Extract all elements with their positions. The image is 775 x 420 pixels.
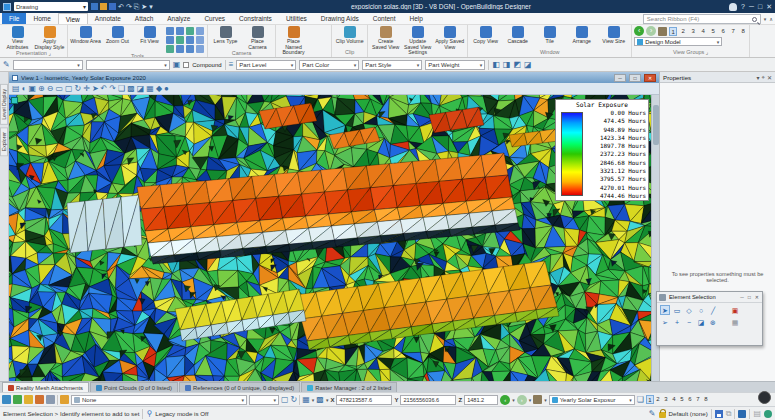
select-settings-icon[interactable]: ⊛	[708, 317, 718, 327]
active-style-combo[interactable]: ▾	[13, 60, 83, 70]
view-tool-icon[interactable]	[196, 45, 204, 53]
raster-refresh-icon[interactable]: ↻	[291, 395, 298, 405]
ribbon-button-view-size[interactable]: View Size	[598, 26, 629, 45]
select-individual-icon[interactable]: ➤	[660, 305, 670, 315]
new-file-icon[interactable]	[91, 3, 98, 10]
view-toggle-icon[interactable]: ❏	[637, 395, 644, 405]
undo-icon[interactable]: ↶	[118, 3, 124, 11]
view-tool-icon[interactable]	[176, 45, 184, 53]
notification-bubble[interactable]	[758, 391, 771, 404]
rotate-view-icon[interactable]: ↻	[75, 84, 82, 94]
snap-mode-icon[interactable]: ✎	[649, 409, 656, 419]
view-tool-icon[interactable]	[186, 36, 194, 44]
dialog-restore-icon[interactable]: □	[747, 294, 752, 300]
element-selection-titlebar[interactable]: Element Selection ─ □ ✕	[657, 292, 762, 303]
redo-icon[interactable]: ↷	[126, 3, 132, 11]
ribbon-button-lens-type[interactable]: Lens Type	[210, 26, 241, 45]
raster-transparency-icon[interactable]	[35, 395, 44, 404]
save-icon[interactable]	[109, 3, 116, 10]
side-tab-level-display[interactable]: Level Display	[0, 84, 8, 125]
search-options-icon[interactable]: ▾	[764, 16, 767, 22]
clip-mask-icon[interactable]: ◪	[137, 84, 145, 94]
view-display-style-icon[interactable]: ▤	[12, 84, 20, 94]
view-toggle-8[interactable]: 8	[739, 27, 747, 36]
raster-lock-icon[interactable]: ▢	[281, 395, 289, 405]
bottom-tab-reality[interactable]: Reality Mesh Attachments	[2, 382, 89, 392]
ribbon-button-view-attributes[interactable]: View Attributes	[2, 26, 33, 50]
status-view-toggle-3[interactable]: 3	[662, 395, 670, 404]
clip-volume-icon[interactable]: ▩	[127, 84, 135, 94]
pan-view-icon[interactable]: ✛	[83, 84, 90, 94]
active-workset[interactable]: Default (none)	[669, 410, 708, 417]
ribbon-button-clip-volume[interactable]: Clip Volume	[334, 26, 365, 45]
ribbon-button-place-camera[interactable]: Place Camera	[242, 26, 273, 50]
view-tool-icon[interactable]	[196, 27, 204, 35]
zoom-out-icon[interactable]: ⊖	[47, 84, 54, 94]
zoom-in-icon[interactable]: ⊕	[38, 84, 45, 94]
view-toggle-2[interactable]: 2	[679, 27, 687, 36]
ribbon-button-copy-view[interactable]: Copy View	[470, 26, 501, 45]
pin-icon[interactable]: ⌖	[762, 74, 765, 81]
ribbon-button-apply-display-style[interactable]: Apply Display Style	[34, 26, 65, 50]
view-tool-icon[interactable]	[186, 27, 194, 35]
select-line-icon[interactable]: ╱	[708, 305, 718, 315]
bottom-tab-raster[interactable]: Raster Manager : 2 of 2 listed	[301, 382, 397, 392]
view-presentation-icon[interactable]: ◐	[22, 84, 27, 94]
close-button[interactable]: ✕	[766, 3, 772, 11]
print-icon[interactable]: ⎘	[134, 3, 140, 11]
qat-more-icon[interactable]: ▾	[149, 3, 153, 11]
render-mode-icon[interactable]: ◆	[156, 84, 162, 94]
select-new-icon[interactable]: ➢	[660, 317, 670, 327]
previous-view-group-icon[interactable]: ‹	[500, 395, 510, 405]
saved-view-icon[interactable]: ▦	[146, 84, 154, 94]
microphone-icon[interactable]: ⚲	[146, 409, 152, 419]
grid-display-icon[interactable]: ▦	[302, 395, 310, 405]
ribbon-button-arrange[interactable]: Arrange	[566, 26, 597, 45]
active-part-combo[interactable]: ▾	[86, 60, 170, 70]
ribbon-collapse-icon[interactable]: ∧	[769, 16, 773, 22]
part-weight-combo[interactable]: Part Weight▾	[425, 60, 485, 70]
x-coordinate-input[interactable]: 478213587.6	[336, 395, 392, 405]
properties-menu-icon[interactable]: ▾	[757, 74, 760, 81]
view-tool-icon[interactable]	[176, 36, 184, 44]
view-tool-icon[interactable]	[166, 36, 174, 44]
smart-match-icon[interactable]: ◨	[503, 60, 511, 70]
change-attributes-icon[interactable]: ◧	[492, 60, 500, 70]
z-coordinate-input[interactable]: 1481.2	[464, 395, 498, 405]
view-close-button[interactable]: ✕	[644, 74, 656, 82]
ribbon-tab-attach[interactable]: Attach	[128, 13, 160, 24]
copy-view-icon[interactable]: ❏	[118, 84, 125, 94]
next-view-group-icon[interactable]: ›	[517, 395, 527, 405]
view-tool-icon[interactable]	[166, 45, 174, 53]
ribbon-button-update-saved-view-settings[interactable]: Update Saved View Settings	[402, 26, 433, 56]
minimize-button[interactable]: ─	[749, 3, 754, 10]
ribbon-button-tile[interactable]: Tile	[534, 26, 565, 45]
view-menu-icon[interactable]	[12, 75, 18, 81]
match-attributes-icon[interactable]: ≡	[229, 60, 234, 70]
grid-lock-dropdown[interactable]: ▾	[326, 397, 329, 403]
select-circle-icon[interactable]: ○	[696, 305, 706, 315]
status-view-toggle-1[interactable]: 1	[646, 395, 654, 404]
bottom-tab-references[interactable]: References (0 of 0 unique, 0 displayed)	[179, 382, 300, 392]
prev-view-group-icon[interactable]: ‹	[634, 26, 644, 36]
select-invert-icon[interactable]: ◪	[696, 317, 706, 327]
ribbon-tab-drawing-aids[interactable]: Drawing Aids	[314, 13, 366, 24]
view-tool-icon[interactable]	[166, 27, 174, 35]
connect-status-icon[interactable]	[764, 410, 772, 418]
design-history-icon[interactable]: ⧉	[726, 409, 732, 419]
view-toggle-5[interactable]: 5	[709, 27, 717, 36]
problems-icon[interactable]: ▤	[753, 409, 761, 419]
view-tool-icon[interactable]	[186, 45, 194, 53]
attribute-tools-icon[interactable]: ◪	[524, 60, 532, 70]
view-tool-icon[interactable]	[176, 27, 184, 35]
select-add-icon[interactable]: +	[672, 317, 682, 327]
all-views-icon[interactable]	[658, 27, 667, 36]
status-view-toggle-7[interactable]: 7	[694, 395, 702, 404]
viewport[interactable]: Solar Exposure 0.00 Hours474.45 Hours948…	[9, 95, 651, 381]
folder-icon[interactable]	[60, 395, 69, 404]
select-block-icon[interactable]: ▭	[672, 305, 682, 315]
raster-selector-combo[interactable]: None▾	[71, 395, 247, 405]
ribbon-tab-content[interactable]: Content	[366, 13, 403, 24]
ribbon-tab-view[interactable]: View	[58, 13, 88, 24]
raster-angle-combo[interactable]: ▾	[249, 395, 279, 405]
